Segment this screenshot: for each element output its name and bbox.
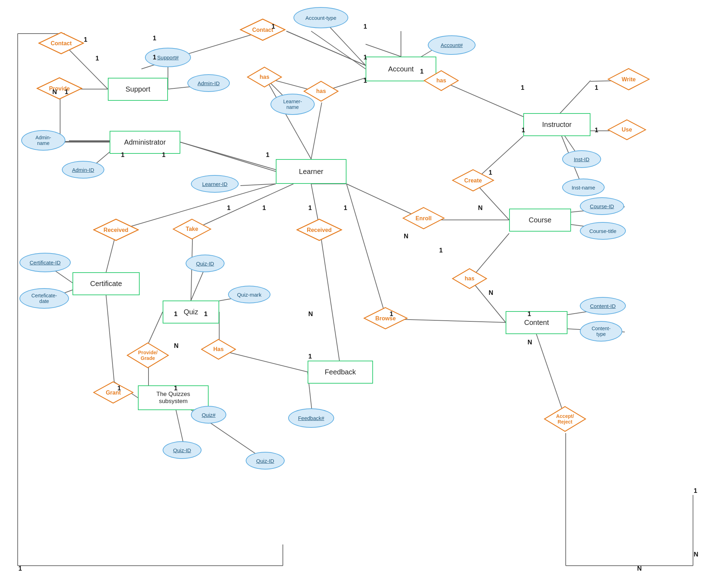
card-31: 1	[390, 310, 393, 318]
card-32: N	[489, 289, 493, 297]
card-24: N	[478, 204, 483, 212]
card-22: 1	[344, 204, 347, 212]
card-8: 1	[363, 23, 367, 30]
rel-contact2: Contact	[240, 18, 286, 41]
rel-has1: has	[247, 66, 282, 88]
card-10: 1	[363, 77, 367, 84]
attr-course-id: Course-ID	[580, 197, 624, 215]
rel-has2: has	[303, 81, 339, 102]
rel-received1: Received	[93, 218, 139, 241]
card-16: 1	[121, 151, 124, 159]
attr-inst-id: Inst-ID	[562, 150, 601, 168]
attr-cert-date: Certeficate-date	[19, 288, 69, 309]
rel-accept-reject: Accept/Reject	[544, 406, 586, 432]
attr-learner-id: Learner-ID	[191, 175, 239, 193]
card-27: 1	[174, 310, 177, 318]
card-30: 1	[308, 353, 312, 360]
card-26: N	[174, 342, 179, 350]
entity-certificate: Certificate	[72, 272, 140, 295]
card-35: 1	[528, 310, 531, 318]
svg-line-60	[148, 312, 163, 343]
attr-quiz-hash: Quiz#	[191, 406, 226, 424]
card-5: 1	[153, 35, 156, 42]
svg-line-3	[311, 31, 366, 69]
svg-line-2	[366, 44, 401, 57]
svg-line-25	[311, 103, 322, 159]
entity-course: Course	[509, 209, 571, 232]
card-40: N	[637, 565, 642, 572]
card-34: N	[528, 339, 532, 346]
rel-has3: has	[424, 70, 459, 91]
card-20: 1	[262, 204, 266, 212]
card-38: 1	[694, 487, 697, 495]
rel-provide-grade: Provide/Grade	[127, 342, 169, 369]
card-41: 1	[18, 565, 22, 572]
attr-quiz-id2: Quiz-ID	[163, 441, 202, 459]
card-7: 1	[272, 23, 275, 30]
card-15: 1	[522, 127, 525, 134]
rel-provide: Provide	[36, 77, 82, 100]
rel-take: Take	[173, 218, 211, 240]
attr-content-type: Content-type	[580, 321, 622, 342]
attr-account-hash: Account#	[428, 35, 476, 55]
svg-line-29	[557, 81, 590, 117]
entity-quiz: Quiz	[163, 301, 219, 324]
entity-content: Content	[506, 311, 567, 334]
card-2: 1	[95, 55, 99, 62]
rel-contact1: Contact	[38, 32, 84, 55]
card-25: 1	[489, 169, 492, 176]
entity-feedback: Feedback	[308, 361, 373, 384]
rel-browse: Browse	[363, 307, 408, 330]
attr-content-id: Content-ID	[580, 297, 626, 315]
rel-has5: has	[452, 268, 487, 289]
card-29: N	[308, 310, 313, 318]
rel-grant: Grant	[93, 381, 134, 404]
card-11: 1	[420, 68, 424, 75]
attr-admin-id: Admin-ID	[187, 74, 230, 92]
rel-has4: Has	[201, 339, 236, 360]
card-19: 1	[227, 204, 231, 212]
attr-inst-name: Inst-name	[562, 179, 605, 196]
card-18: 1	[266, 151, 269, 159]
card-13: 1	[595, 84, 598, 92]
er-diagram: Account Support Administrator Learner In…	[0, 0, 728, 577]
svg-line-74	[180, 142, 276, 170]
card-28: 1	[204, 310, 208, 318]
card-21: 1	[308, 204, 312, 212]
card-3: N	[52, 88, 57, 96]
card-17: 1	[162, 151, 165, 159]
card-23: N	[404, 233, 408, 240]
attr-quiz-id3: Quiz-ID	[246, 452, 285, 470]
svg-line-52	[346, 184, 386, 319]
attr-feedback-hash: Feedback#	[288, 408, 334, 428]
card-9: 1	[363, 54, 367, 61]
rel-use: Use	[607, 119, 646, 140]
card-39: N	[694, 551, 698, 558]
card-1: 1	[84, 36, 87, 43]
card-12: 1	[521, 84, 524, 92]
entity-instructor: Instructor	[523, 113, 590, 136]
card-36: 1	[117, 385, 121, 392]
rel-received2: Received	[296, 218, 342, 241]
card-37: 1	[174, 385, 177, 392]
svg-line-56	[106, 295, 114, 382]
rel-enroll: Enroll	[402, 207, 445, 230]
attr-course-title: Course-title	[580, 222, 626, 240]
attr-account-type: Account-type	[293, 7, 348, 28]
entity-quizzes-subsystem: The Quizzes subsystem	[138, 385, 209, 410]
svg-line-41	[320, 231, 339, 361]
card-6: 1	[153, 54, 156, 61]
attr-quiz-mark: Quiz-mark	[228, 286, 270, 303]
entity-administrator: Administrator	[110, 131, 180, 154]
svg-line-7	[286, 31, 366, 65]
attr-cert-id: Certificate-ID	[19, 253, 71, 272]
attr-admin-name: Admin-name	[21, 130, 65, 151]
card-4: 1	[65, 88, 68, 96]
attr-quiz-id: Quiz-ID	[186, 255, 225, 272]
entity-learner: Learner	[276, 159, 346, 184]
attr-support-hash: Support#	[145, 48, 191, 67]
rel-write: Write	[607, 68, 650, 91]
card-33: 1	[439, 247, 443, 254]
card-14: 1	[595, 127, 598, 134]
rel-create: Create	[452, 169, 494, 192]
